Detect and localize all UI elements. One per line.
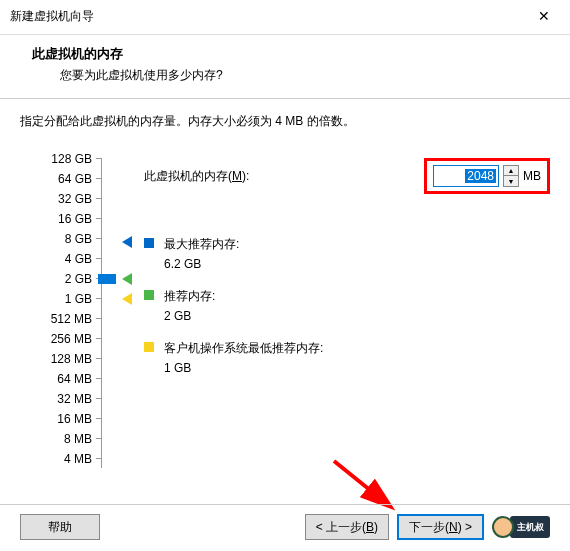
- tick-label: 32 MB: [32, 392, 92, 406]
- tick-label: 128 GB: [32, 152, 92, 166]
- tick-label: 128 MB: [32, 352, 92, 366]
- tick-label: 8 GB: [32, 232, 92, 246]
- guest-min-value: 1 GB: [164, 358, 323, 378]
- page-subtitle: 您要为此虚拟机使用多少内存?: [32, 63, 550, 84]
- recommended-label: 推荐内存:: [164, 286, 215, 306]
- square-green-icon: [144, 290, 154, 300]
- max-recommended-value: 6.2 GB: [164, 254, 239, 274]
- tick-label: 8 MB: [32, 432, 92, 446]
- window-title: 新建虚拟机向导: [10, 8, 94, 25]
- close-icon[interactable]: ✕: [524, 4, 564, 28]
- tick-label: 16 MB: [32, 412, 92, 426]
- tick-label: 64 GB: [32, 172, 92, 186]
- page-title: 此虚拟机的内存: [32, 45, 550, 63]
- memory-value: 2048: [465, 169, 496, 183]
- square-blue-icon: [144, 238, 154, 248]
- tick-label: 4 MB: [32, 452, 92, 466]
- memory-input[interactable]: 2048: [433, 165, 499, 187]
- spin-down-icon[interactable]: ▼: [504, 176, 518, 186]
- spin-up-icon[interactable]: ▲: [504, 166, 518, 176]
- tick-label: 16 GB: [32, 212, 92, 226]
- tick-label: 2 GB: [32, 272, 92, 286]
- tick-label: 32 GB: [32, 192, 92, 206]
- instruction-text: 指定分配给此虚拟机的内存量。内存大小必须为 4 MB 的倍数。: [20, 113, 550, 130]
- memory-scale[interactable]: 128 GB 64 GB 32 GB 16 GB 8 GB 4 GB 2 GB …: [20, 158, 110, 468]
- mascot-logo: 主机叔: [492, 513, 550, 541]
- memory-unit: MB: [523, 169, 541, 183]
- memory-spinner[interactable]: ▲ ▼: [503, 165, 519, 187]
- tick-label: 1 GB: [32, 292, 92, 306]
- tick-label: 512 MB: [32, 312, 92, 326]
- max-recommended-label: 最大推荐内存:: [164, 234, 239, 254]
- recommended-value: 2 GB: [164, 306, 215, 326]
- help-button[interactable]: 帮助: [20, 514, 100, 540]
- memory-label: 此虚拟机的内存(M):: [144, 168, 249, 185]
- memory-input-highlight: 2048 ▲ ▼ MB: [424, 158, 550, 194]
- tick-label: 64 MB: [32, 372, 92, 386]
- tick-label: 256 MB: [32, 332, 92, 346]
- tick-label: 4 GB: [32, 252, 92, 266]
- next-button[interactable]: 下一步(N) >: [397, 514, 484, 540]
- guest-min-label: 客户机操作系统最低推荐内存:: [164, 338, 323, 358]
- square-yellow-icon: [144, 342, 154, 352]
- back-button[interactable]: < 上一步(B): [305, 514, 389, 540]
